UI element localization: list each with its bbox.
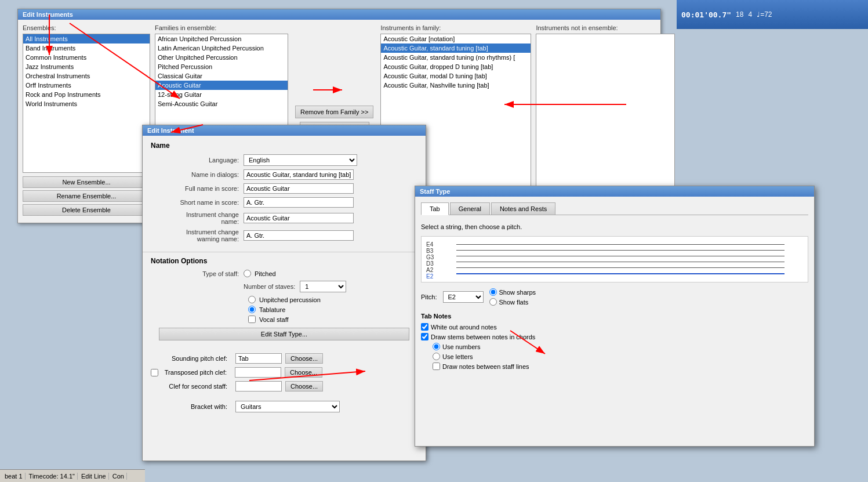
draw-notes-between-lines-label: Draw notes between staff lines xyxy=(442,363,529,370)
number-letter-group: Use numbers Use letters xyxy=(433,343,808,360)
delete-ensemble-button[interactable]: Delete Ensemble xyxy=(23,204,150,216)
instrument-change-name-label: Instrument changename: xyxy=(151,211,244,225)
language-select[interactable]: English xyxy=(244,154,357,166)
unpitched-radio[interactable] xyxy=(248,296,256,303)
staff-line-6 xyxy=(456,273,785,274)
pitch-label: Pitch: xyxy=(421,293,437,300)
pitched-radio[interactable] xyxy=(244,270,251,277)
list-item[interactable]: 12-string Guitar xyxy=(155,90,288,99)
number-of-staves-select[interactable]: 1 xyxy=(300,281,346,292)
unpitched-label: Unpitched percussion xyxy=(259,296,321,303)
instrument-change-warning-input[interactable] xyxy=(244,230,354,241)
transposed-pitch-choose-button[interactable]: Choose... xyxy=(285,367,322,378)
tab-content: Select a string, then choose a pitch. E4… xyxy=(421,221,808,375)
ensemble-buttons: New Ensemble... Rename Ensemble... Delet… xyxy=(23,176,150,216)
name-in-dialogs-input[interactable] xyxy=(244,169,354,180)
bottom-toolbar: beat 1 Timecode: 14.1" Edit Line Con xyxy=(0,469,145,482)
sharps-flats-controls: Show sharps Show flats xyxy=(489,288,536,306)
list-item[interactable]: African Unpitched Percussion xyxy=(155,34,288,44)
vocal-staff-checkbox[interactable] xyxy=(248,316,256,323)
name-section-title: Name xyxy=(151,142,417,150)
string-staff-display[interactable]: E4 B3 G3 D3 A2 E2 xyxy=(421,236,808,282)
edit-staff-type-button[interactable]: Edit Staff Type... xyxy=(159,328,409,340)
list-item[interactable]: Other Unpitched Percussion xyxy=(155,53,288,62)
draw-stems-row: Draw stems between notes in chords xyxy=(421,333,808,340)
list-item[interactable]: Acoustic Guitar, modal D tuning [tab] xyxy=(381,71,531,81)
list-item[interactable]: Orff Instruments xyxy=(23,81,150,90)
vocal-staff-label: Vocal staff xyxy=(259,316,289,323)
sounding-pitch-input[interactable] xyxy=(235,353,282,364)
list-item[interactable]: Acoustic Guitar, Nashville tuning [tab] xyxy=(381,81,531,90)
timecode-display: 00:01'00.7" xyxy=(681,10,731,19)
notes-rests-tab-button[interactable]: Notes and Rests xyxy=(491,202,555,215)
transposed-pitch-checkbox[interactable] xyxy=(151,369,158,376)
sounding-pitch-row: Sounding pitch clef: Choose... xyxy=(151,353,417,364)
use-letters-label: Use letters xyxy=(442,353,473,360)
instruments-family-label: Instruments in family: xyxy=(380,24,531,31)
instrument-change-warning-row: Instrument changewarning name: xyxy=(151,229,417,242)
staff-line-4 xyxy=(456,262,785,262)
show-sharps-row: Show sharps xyxy=(489,288,536,296)
staff-line-3 xyxy=(456,256,785,256)
instruments-ensemble-label: Instruments not in ensemble: xyxy=(536,24,675,31)
list-item[interactable]: World Instruments xyxy=(23,99,150,108)
list-item[interactable]: Rock and Pop Instruments xyxy=(23,90,150,99)
bracket-with-row: Bracket with: Guitars xyxy=(143,398,426,415)
list-item[interactable]: Classical Guitar xyxy=(155,71,288,81)
vocal-staff-row: Vocal staff xyxy=(248,316,417,323)
ensembles-list[interactable]: All Instruments Band Instruments Common … xyxy=(23,34,150,173)
general-tab-button[interactable]: General xyxy=(450,202,490,215)
list-item[interactable]: Jazz Instruments xyxy=(23,62,150,71)
list-item[interactable]: Pitched Percussion xyxy=(155,62,288,71)
sounding-pitch-choose-button[interactable]: Choose... xyxy=(285,353,323,364)
show-sharps-radio[interactable] xyxy=(489,288,497,296)
full-name-row: Full name in score: xyxy=(151,183,417,194)
clef-second-staff-label: Clef for second staff: xyxy=(151,383,232,390)
remove-from-family-button[interactable]: Remove from Family >> xyxy=(295,106,373,118)
edit-instrument-title: Edit Instrument xyxy=(147,127,194,134)
list-item[interactable]: Acoustic Guitar xyxy=(155,81,288,90)
beats-display: 18 xyxy=(736,10,743,19)
new-ensemble-button[interactable]: New Ensemble... xyxy=(23,176,150,188)
type-of-staff-row: Type of staff: Pitched xyxy=(151,270,417,277)
list-item[interactable]: Acoustic Guitar, standard tuning (no rhy… xyxy=(381,53,531,62)
rename-ensemble-button[interactable]: Rename Ensemble... xyxy=(23,190,150,202)
use-numbers-radio[interactable] xyxy=(433,343,440,350)
transposed-pitch-input[interactable] xyxy=(235,367,281,378)
staff-lines xyxy=(422,237,808,282)
tablature-radio[interactable] xyxy=(248,306,256,313)
clef-second-staff-choose-button[interactable]: Choose... xyxy=(285,381,323,392)
list-item[interactable]: Acoustic Guitar, standard tuning [tab] xyxy=(381,44,531,53)
staff-type-tabs: Tab General Notes and Rests xyxy=(421,202,808,215)
list-item[interactable]: Semi-Acoustic Guitar xyxy=(155,99,288,108)
use-numbers-row: Use numbers xyxy=(433,343,808,350)
instrument-change-name-input[interactable] xyxy=(244,213,354,223)
clef-second-staff-input[interactable] xyxy=(235,381,282,392)
list-item[interactable]: Common Instruments xyxy=(23,53,150,62)
type-of-staff-label: Type of staff: xyxy=(151,270,244,277)
tab-tab-button[interactable]: Tab xyxy=(421,202,449,215)
con-display: Con xyxy=(110,473,127,480)
draw-stems-checkbox[interactable] xyxy=(421,333,428,340)
language-row: Language: English xyxy=(151,154,417,166)
list-item[interactable]: Acoustic Guitar, dropped D tuning [tab] xyxy=(381,62,531,71)
draw-stems-label: Draw stems between notes in chords xyxy=(431,334,535,340)
pitch-select[interactable]: E2 xyxy=(443,291,484,303)
edit-instrument-titlebar: Edit Instrument xyxy=(143,125,426,136)
full-name-input[interactable] xyxy=(244,183,354,194)
use-letters-radio[interactable] xyxy=(433,353,440,360)
list-item[interactable]: Acoustic Guitar [notation] xyxy=(381,34,531,44)
tab-notes-section: Tab Notes White out around notes Draw st… xyxy=(421,313,808,370)
list-item[interactable]: Orchestral Instruments xyxy=(23,71,150,81)
draw-notes-between-lines-checkbox[interactable] xyxy=(433,363,440,370)
timecode-bottom-display: Timecode: 14.1" xyxy=(27,473,78,480)
list-item[interactable]: All Instruments xyxy=(23,34,150,44)
white-out-checkbox[interactable] xyxy=(421,323,428,331)
short-name-input[interactable] xyxy=(244,197,354,208)
notation-options-title: Notation Options xyxy=(151,257,417,265)
list-item[interactable]: Band Instruments xyxy=(23,44,150,53)
show-flats-radio[interactable] xyxy=(489,298,497,306)
list-item[interactable]: Latin American Unpitched Percussion xyxy=(155,44,288,53)
bracket-with-select[interactable]: Guitars xyxy=(235,401,340,412)
staff-line-5 xyxy=(456,267,785,268)
